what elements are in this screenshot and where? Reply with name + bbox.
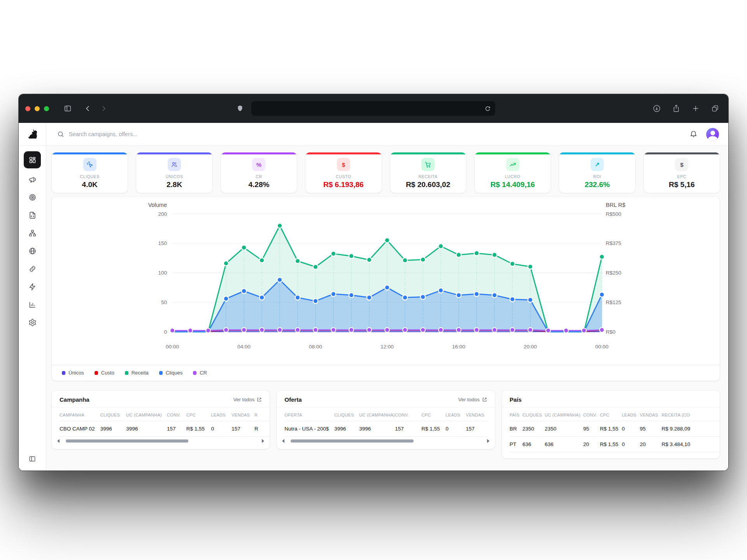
legend-item-custo[interactable]: Custo	[95, 370, 114, 376]
chart-legend: Únicos Custo Receita Cliques CR	[52, 365, 720, 376]
kpi-value: R$ 20.603,02	[406, 180, 450, 189]
panel-left-icon[interactable]	[28, 455, 36, 464]
legend-item-cliques[interactable]: Cliques	[159, 370, 182, 376]
address-bar[interactable]	[251, 101, 495, 116]
scrollbar-thumb[interactable]	[66, 439, 188, 443]
oferta-ver-todos-link[interactable]: Ver todos	[458, 397, 487, 402]
sidebar-item-dashboard[interactable]	[24, 151, 41, 168]
column-header: PAÍS	[510, 408, 523, 421]
kpi-card-cr: % CR 4.28%	[221, 152, 297, 193]
column-header: CLIQUES	[100, 408, 126, 421]
external-link-icon	[257, 397, 262, 402]
search-input[interactable]	[69, 131, 232, 137]
table-row: Nutra - USA - 200$39963996157R$ 1,550157	[284, 421, 489, 437]
legend-item-unicos[interactable]: Únicos	[62, 370, 84, 376]
svg-text:12:00: 12:00	[381, 344, 394, 350]
megaphone-icon	[28, 175, 37, 184]
svg-text:50: 50	[161, 299, 167, 305]
target-icon	[28, 193, 37, 201]
svg-text:BRL R$: BRL R$	[606, 202, 625, 208]
sidebar-item-automation[interactable]	[24, 280, 41, 294]
back-icon[interactable]	[83, 104, 93, 113]
table-header-row: CAMPANHACLIQUESUC (CAMPANHA)CONV.CPCLEAD…	[60, 408, 270, 421]
sidebar-item-funnels[interactable]	[24, 226, 41, 240]
campanha-ver-todos-link[interactable]: Ver todos	[233, 397, 262, 402]
sidebar-item-links[interactable]	[24, 262, 41, 276]
tab-overview-icon[interactable]	[710, 104, 720, 113]
svg-text:04:00: 04:00	[237, 344, 251, 350]
notifications-bell-icon[interactable]	[689, 130, 698, 139]
table-header-row: OFERTACLIQUESUC (CAMPANHA)CONV.CPCLEADSV…	[284, 408, 489, 421]
kpi-label: ROI	[593, 174, 601, 179]
link-icon	[28, 265, 37, 273]
pais-card: País PAÍSCLIQUESUC (CAMPANHA)CONV.CPCLEA…	[502, 390, 720, 458]
download-icon[interactable]	[652, 104, 661, 113]
sidebar-item-domains[interactable]	[24, 244, 41, 258]
sidebar-item-settings[interactable]	[24, 315, 41, 329]
column-header: CONV.	[583, 408, 600, 421]
campanha-table: CAMPANHACLIQUESUC (CAMPANHA)CONV.CPCLEAD…	[60, 408, 270, 437]
avatar[interactable]	[706, 128, 719, 141]
scroll-right-arrow[interactable]	[487, 439, 489, 443]
oferta-title: Oferta	[284, 396, 302, 403]
zoom-window-button[interactable]	[44, 106, 49, 111]
app-logo[interactable]	[19, 123, 46, 146]
legend-swatch	[159, 371, 163, 375]
scrollbar-thumb[interactable]	[291, 439, 413, 443]
dollar-icon: $	[675, 158, 688, 171]
column-header: UC (CAMPANHA)	[545, 408, 583, 421]
kpi-label: EPC	[677, 174, 686, 179]
column-header: R	[254, 408, 270, 421]
globe-icon	[28, 247, 37, 255]
global-search[interactable]	[57, 131, 689, 138]
legend-item-cr[interactable]: CR	[193, 370, 207, 376]
close-window-button[interactable]	[25, 106, 30, 111]
minimize-window-button[interactable]	[35, 106, 40, 111]
scroll-left-arrow[interactable]	[282, 439, 284, 443]
kpi-label: LUCRO	[505, 174, 521, 179]
svg-text:0: 0	[164, 329, 167, 335]
table-row: BR2350235095R$ 1,55095R$ 9.288,09	[510, 421, 720, 437]
dollar-icon: $	[337, 158, 350, 171]
pais-title: País	[510, 396, 522, 403]
svg-text:16:00: 16:00	[452, 344, 465, 350]
sidebar-item-offers[interactable]	[24, 190, 41, 204]
kpi-value: 232.6%	[585, 180, 610, 189]
tables-row: Campanha Ver todos CAMPANHACLIQUESUC (CA…	[52, 390, 720, 458]
shield-icon[interactable]	[235, 104, 245, 113]
kpi-value: R$ 5,16	[669, 180, 695, 189]
external-link-icon	[482, 397, 487, 402]
search-icon	[57, 131, 64, 138]
share-icon[interactable]	[672, 104, 681, 113]
table-header-row: PAÍSCLIQUESUC (CAMPANHA)CONV.CPCLEADSVEN…	[510, 408, 720, 421]
new-tab-icon[interactable]	[691, 104, 700, 113]
kpi-label: RECEITA	[419, 174, 438, 179]
file-code-icon	[28, 211, 37, 219]
browser-window: CLIQUES 4.0K ÚNICOS 2.8K % CR 4.28% $ CU…	[19, 94, 728, 471]
forward-icon[interactable]	[99, 104, 108, 113]
column-header: LEADS	[211, 408, 231, 421]
sidebar-item-campaigns[interactable]	[24, 172, 41, 186]
svg-text:00:00: 00:00	[595, 344, 608, 350]
scroll-right-arrow[interactable]	[262, 439, 264, 443]
kpi-value: R$ 6.193,86	[323, 180, 364, 189]
percent-icon: %	[252, 158, 265, 171]
kpi-value: 2.8K	[167, 180, 182, 189]
oferta-table: OFERTACLIQUESUC (CAMPANHA)CONV.CPCLEADSV…	[284, 408, 489, 437]
legend-item-receita[interactable]: Receita	[125, 370, 149, 376]
svg-text:Volume: Volume	[148, 202, 167, 208]
browser-sidebar-toggle-icon[interactable]	[63, 104, 72, 113]
column-header: UC (CAMPANHA)	[126, 408, 167, 421]
kpi-label: CUSTO	[336, 174, 351, 179]
column-header: CPC	[186, 408, 211, 421]
sidebar-item-reports[interactable]	[24, 298, 41, 312]
dashboard-content: CLIQUES 4.0K ÚNICOS 2.8K % CR 4.28% $ CU…	[46, 146, 728, 471]
scroll-left-arrow[interactable]	[57, 439, 60, 443]
reload-icon[interactable]	[483, 104, 492, 113]
traffic-lights	[25, 106, 49, 111]
oferta-hscrollbar	[282, 439, 489, 443]
zap-icon	[28, 283, 37, 291]
kpi-label: CLIQUES	[80, 174, 100, 179]
app-sidebar	[19, 123, 46, 471]
sidebar-item-landings[interactable]	[24, 208, 41, 222]
